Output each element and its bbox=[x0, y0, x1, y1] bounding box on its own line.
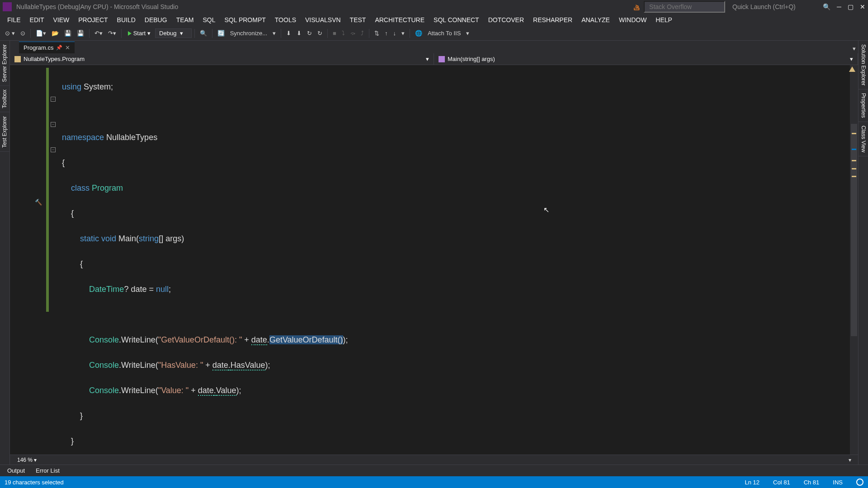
menu-analyze[interactable]: ANALYZE bbox=[577, 14, 614, 25]
sync-icon[interactable]: 🔄 bbox=[215, 28, 227, 38]
menu-view[interactable]: VIEW bbox=[48, 14, 74, 25]
status-selection: 19 characters selected bbox=[5, 479, 745, 486]
marker[interactable] bbox=[852, 160, 856, 161]
menu-sql[interactable]: SQL bbox=[198, 14, 220, 25]
menu-window[interactable]: WINDOW bbox=[614, 14, 651, 25]
menu-debug[interactable]: DEBUG bbox=[140, 14, 172, 25]
hammer-icon[interactable]: 🔨 bbox=[35, 199, 44, 208]
stack-overflow-search[interactable] bbox=[644, 1, 725, 13]
nav-btn-2[interactable]: ↑ bbox=[382, 28, 390, 38]
menu-resharper[interactable]: RESHARPER bbox=[528, 14, 577, 25]
save-button[interactable]: 💾 bbox=[62, 28, 74, 38]
member-nav-label: Main(string[] args) bbox=[448, 56, 495, 62]
find-button[interactable]: 🔍 bbox=[198, 28, 209, 38]
zoom-combo[interactable]: 146 % ▾ bbox=[14, 456, 44, 464]
break-button: ■ bbox=[330, 28, 339, 38]
menu-help[interactable]: HELP bbox=[651, 14, 677, 25]
file-tab-program[interactable]: Program.cs 📌 ✕ bbox=[19, 42, 75, 53]
menu-build[interactable]: BUILD bbox=[113, 14, 140, 25]
menu-file[interactable]: FILE bbox=[3, 14, 25, 25]
nav-dropdown[interactable]: ▾ bbox=[399, 28, 407, 38]
sync-dropdown[interactable]: ▾ bbox=[270, 28, 278, 38]
sync-button[interactable]: Synchronize... bbox=[228, 28, 269, 38]
iis-icon[interactable]: 🌐 bbox=[413, 28, 425, 38]
menu-test[interactable]: TEST bbox=[345, 14, 371, 25]
step-into-button: ⤵ bbox=[340, 28, 347, 38]
attach-dropdown[interactable]: ▾ bbox=[464, 28, 472, 38]
nav-btn-1[interactable]: ⇅ bbox=[372, 28, 382, 38]
split-icon[interactable]: ▾ bbox=[846, 455, 854, 465]
play-icon bbox=[128, 31, 132, 36]
marker[interactable] bbox=[852, 176, 856, 177]
step-button-1[interactable]: ⬇ bbox=[284, 28, 293, 38]
tab-label: Program.cs bbox=[24, 44, 53, 51]
menu-bar: FILE EDIT VIEW PROJECT BUILD DEBUG TEAM … bbox=[0, 14, 868, 26]
pin-icon[interactable]: 📌 bbox=[56, 45, 62, 51]
right-panel-tabs: Solution Explorer Properties Class View bbox=[858, 41, 868, 465]
left-panel-tabs: Server Explorer Toolbox Test Explorer bbox=[0, 41, 10, 465]
search-icon[interactable]: 🔍 bbox=[823, 3, 830, 10]
error-list-tab[interactable]: Error List bbox=[30, 465, 65, 476]
step-button-3[interactable]: ↻ bbox=[305, 28, 314, 38]
change-indicator bbox=[46, 68, 49, 312]
server-explorer-tab[interactable]: Server Explorer bbox=[0, 41, 9, 86]
code-editor[interactable]: − − − 🔨 using System; namespace Nullable… bbox=[10, 65, 858, 455]
close-icon[interactable]: ✕ bbox=[860, 3, 865, 10]
maximize-icon[interactable]: ▢ bbox=[848, 3, 854, 10]
class-nav-combo[interactable]: NullableTypes.Program ▾ bbox=[10, 53, 434, 65]
menu-sqlprompt[interactable]: SQL PROMPT bbox=[220, 14, 270, 25]
class-icon bbox=[14, 56, 21, 62]
member-nav-combo[interactable]: Main(string[] args) ▾ bbox=[434, 53, 858, 65]
start-label: Start bbox=[133, 30, 146, 37]
menu-visualsvn[interactable]: VISUALSVN bbox=[301, 14, 345, 25]
tabs-overflow-icon[interactable]: ▾ bbox=[850, 44, 858, 53]
toolbar: ⊙ ▾ ⊙ 📄▾ 📂 💾 💾 ↶▾ ↷▾ Start ▾ Debug ▾ 🔍 🔄… bbox=[0, 26, 868, 41]
menu-tools[interactable]: TOOLS bbox=[270, 14, 301, 25]
status-line: Ln 12 bbox=[745, 479, 760, 486]
status-ch: Ch 81 bbox=[804, 479, 820, 486]
step-over-button: ⤼ bbox=[348, 28, 358, 38]
menu-architecture[interactable]: ARCHITECTURE bbox=[370, 14, 429, 25]
forward-button[interactable]: ⊙ bbox=[18, 28, 28, 38]
marker[interactable] bbox=[852, 168, 856, 169]
redo-button[interactable]: ↷▾ bbox=[106, 28, 118, 38]
status-col: Col 81 bbox=[773, 479, 790, 486]
document-tabs: Program.cs 📌 ✕ ▾ bbox=[10, 41, 858, 53]
start-button[interactable]: Start ▾ bbox=[124, 28, 154, 38]
menu-edit[interactable]: EDIT bbox=[25, 14, 49, 25]
step-out-button: ⤴ bbox=[359, 28, 366, 38]
save-all-button[interactable]: 💾 bbox=[75, 28, 86, 38]
stack-overflow-icon bbox=[633, 3, 641, 11]
output-tab[interactable]: Output bbox=[2, 465, 30, 476]
minimize-icon[interactable]: ─ bbox=[837, 3, 841, 10]
solution-explorer-tab[interactable]: Solution Explorer bbox=[859, 41, 868, 89]
step-button-2[interactable]: ⬇ bbox=[294, 28, 304, 38]
nav-btn-3[interactable]: ↓ bbox=[391, 28, 398, 38]
new-button[interactable]: 📄▾ bbox=[33, 28, 48, 38]
tab-close-icon[interactable]: ✕ bbox=[65, 44, 70, 51]
config-combo[interactable]: Debug ▾ bbox=[155, 28, 192, 38]
menu-project[interactable]: PROJECT bbox=[74, 14, 112, 25]
status-bar: 19 characters selected Ln 12 Col 81 Ch 8… bbox=[0, 476, 868, 488]
editor-margin: − − − 🔨 bbox=[10, 65, 53, 455]
marker[interactable] bbox=[852, 149, 856, 150]
undo-button[interactable]: ↶▾ bbox=[92, 28, 105, 38]
open-button[interactable]: 📂 bbox=[49, 28, 61, 38]
method-icon bbox=[439, 56, 445, 62]
properties-tab[interactable]: Properties bbox=[859, 89, 868, 122]
toolbox-tab[interactable]: Toolbox bbox=[0, 86, 9, 112]
quick-launch-input[interactable]: Quick Launch (Ctrl+Q) bbox=[728, 2, 818, 12]
menu-dotcover[interactable]: DOTCOVER bbox=[484, 14, 528, 25]
class-view-tab[interactable]: Class View bbox=[859, 122, 868, 156]
feedback-icon[interactable] bbox=[856, 479, 863, 486]
menu-team[interactable]: TEAM bbox=[172, 14, 198, 25]
step-button-4[interactable]: ↻ bbox=[315, 28, 325, 38]
test-explorer-tab[interactable]: Test Explorer bbox=[0, 113, 9, 152]
bottom-panel-tabs: Output Error List bbox=[0, 465, 868, 476]
menu-sqlconnect[interactable]: SQL CONNECT bbox=[429, 14, 484, 25]
marker[interactable] bbox=[852, 133, 856, 134]
back-button[interactable]: ⊙ ▾ bbox=[3, 28, 17, 38]
attach-iis-button[interactable]: Attach To IIS bbox=[425, 28, 463, 38]
start-dropdown-icon: ▾ bbox=[147, 30, 151, 37]
code-content[interactable]: using System; namespace NullableTypes { … bbox=[53, 65, 850, 455]
